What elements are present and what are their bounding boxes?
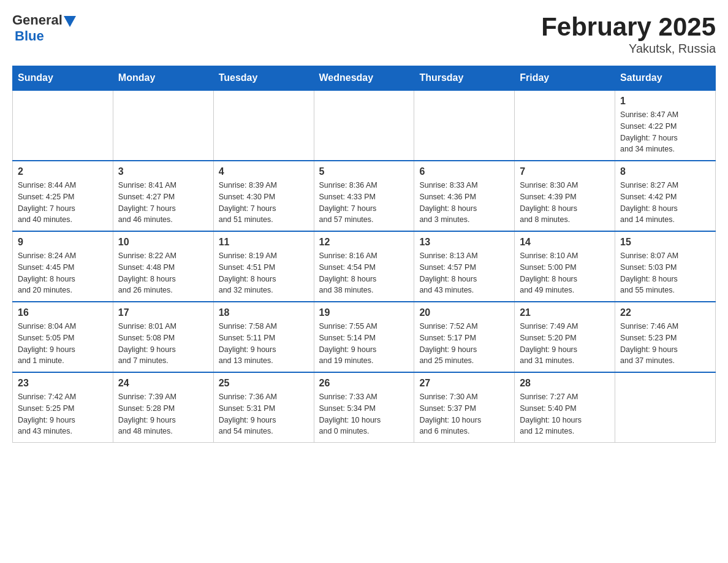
day-info: Sunrise: 8:01 AM Sunset: 5:08 PM Dayligh… (118, 321, 208, 367)
day-info: Sunrise: 8:13 AM Sunset: 4:57 PM Dayligh… (419, 250, 509, 296)
weekday-header-sunday: Sunday (13, 66, 113, 91)
day-info: Sunrise: 7:46 AM Sunset: 5:23 PM Dayligh… (620, 321, 710, 367)
calendar-cell: 5Sunrise: 8:36 AM Sunset: 4:33 PM Daylig… (314, 161, 414, 231)
day-info: Sunrise: 7:52 AM Sunset: 5:17 PM Dayligh… (419, 321, 509, 367)
week-row-2: 2Sunrise: 8:44 AM Sunset: 4:25 PM Daylig… (13, 161, 716, 231)
day-number: 6 (419, 166, 509, 177)
logo-triangle-icon (64, 16, 76, 27)
day-number: 1 (620, 96, 710, 107)
day-number: 14 (520, 237, 610, 248)
day-info: Sunrise: 8:04 AM Sunset: 5:05 PM Dayligh… (18, 321, 108, 367)
day-info: Sunrise: 8:39 AM Sunset: 4:30 PM Dayligh… (219, 180, 309, 226)
day-number: 13 (419, 237, 509, 248)
calendar-cell: 28Sunrise: 7:27 AM Sunset: 5:40 PM Dayli… (515, 372, 615, 443)
day-info: Sunrise: 7:55 AM Sunset: 5:14 PM Dayligh… (319, 321, 409, 367)
day-info: Sunrise: 8:16 AM Sunset: 4:54 PM Dayligh… (319, 250, 409, 296)
calendar-cell: 20Sunrise: 7:52 AM Sunset: 5:17 PM Dayli… (414, 302, 515, 372)
day-number: 10 (118, 237, 208, 248)
calendar-cell: 17Sunrise: 8:01 AM Sunset: 5:08 PM Dayli… (113, 302, 213, 372)
day-info: Sunrise: 8:22 AM Sunset: 4:48 PM Dayligh… (118, 250, 208, 296)
calendar-cell: 27Sunrise: 7:30 AM Sunset: 5:37 PM Dayli… (414, 372, 515, 443)
day-number: 15 (620, 237, 710, 248)
calendar-cell: 23Sunrise: 7:42 AM Sunset: 5:25 PM Dayli… (13, 372, 113, 443)
calendar-cell (213, 90, 314, 161)
calendar-cell (314, 90, 414, 161)
calendar-cell: 1Sunrise: 8:47 AM Sunset: 4:22 PM Daylig… (615, 90, 716, 161)
day-number: 25 (219, 378, 309, 389)
day-info: Sunrise: 7:39 AM Sunset: 5:28 PM Dayligh… (118, 391, 208, 437)
calendar-cell: 13Sunrise: 8:13 AM Sunset: 4:57 PM Dayli… (414, 231, 515, 302)
calendar-cell: 21Sunrise: 7:49 AM Sunset: 5:20 PM Dayli… (515, 302, 615, 372)
day-number: 22 (620, 307, 710, 318)
day-info: Sunrise: 7:49 AM Sunset: 5:20 PM Dayligh… (520, 321, 610, 367)
day-info: Sunrise: 7:33 AM Sunset: 5:34 PM Dayligh… (319, 391, 409, 437)
week-row-3: 9Sunrise: 8:24 AM Sunset: 4:45 PM Daylig… (13, 231, 716, 302)
calendar-cell (113, 90, 213, 161)
calendar-cell: 4Sunrise: 8:39 AM Sunset: 4:30 PM Daylig… (213, 161, 314, 231)
calendar-cell (414, 90, 515, 161)
day-info: Sunrise: 8:41 AM Sunset: 4:27 PM Dayligh… (118, 180, 208, 226)
weekday-header-friday: Friday (515, 66, 615, 91)
weekday-header-thursday: Thursday (414, 66, 515, 91)
page-header: General Blue February 2025 Yakutsk, Russ… (12, 12, 716, 56)
calendar-cell: 9Sunrise: 8:24 AM Sunset: 4:45 PM Daylig… (13, 231, 113, 302)
day-number: 4 (219, 166, 309, 177)
calendar-cell: 15Sunrise: 8:07 AM Sunset: 5:03 PM Dayli… (615, 231, 716, 302)
calendar-cell: 18Sunrise: 7:58 AM Sunset: 5:11 PM Dayli… (213, 302, 314, 372)
day-info: Sunrise: 8:36 AM Sunset: 4:33 PM Dayligh… (319, 180, 409, 226)
weekday-header-row: SundayMondayTuesdayWednesdayThursdayFrid… (13, 66, 716, 91)
day-number: 18 (219, 307, 309, 318)
day-info: Sunrise: 7:27 AM Sunset: 5:40 PM Dayligh… (520, 391, 610, 437)
day-info: Sunrise: 8:24 AM Sunset: 4:45 PM Dayligh… (18, 250, 108, 296)
day-number: 26 (319, 378, 409, 389)
calendar-cell: 24Sunrise: 7:39 AM Sunset: 5:28 PM Dayli… (113, 372, 213, 443)
day-info: Sunrise: 8:30 AM Sunset: 4:39 PM Dayligh… (520, 180, 610, 226)
day-number: 19 (319, 307, 409, 318)
day-number: 27 (419, 378, 509, 389)
day-info: Sunrise: 8:44 AM Sunset: 4:25 PM Dayligh… (18, 180, 108, 226)
calendar-cell: 22Sunrise: 7:46 AM Sunset: 5:23 PM Dayli… (615, 302, 716, 372)
calendar-table: SundayMondayTuesdayWednesdayThursdayFrid… (12, 66, 716, 443)
calendar-cell: 26Sunrise: 7:33 AM Sunset: 5:34 PM Dayli… (314, 372, 414, 443)
day-number: 21 (520, 307, 610, 318)
day-info: Sunrise: 8:10 AM Sunset: 5:00 PM Dayligh… (520, 250, 610, 296)
weekday-header-tuesday: Tuesday (213, 66, 314, 91)
day-info: Sunrise: 8:27 AM Sunset: 4:42 PM Dayligh… (620, 180, 710, 226)
calendar-cell: 11Sunrise: 8:19 AM Sunset: 4:51 PM Dayli… (213, 231, 314, 302)
day-number: 17 (118, 307, 208, 318)
calendar-cell: 8Sunrise: 8:27 AM Sunset: 4:42 PM Daylig… (615, 161, 716, 231)
day-info: Sunrise: 8:07 AM Sunset: 5:03 PM Dayligh… (620, 250, 710, 296)
logo-blue-text: Blue (15, 28, 44, 44)
location: Yakutsk, Russia (541, 42, 716, 56)
calendar-cell: 2Sunrise: 8:44 AM Sunset: 4:25 PM Daylig… (13, 161, 113, 231)
logo: General Blue (12, 12, 76, 44)
weekday-header-monday: Monday (113, 66, 213, 91)
week-row-4: 16Sunrise: 8:04 AM Sunset: 5:05 PM Dayli… (13, 302, 716, 372)
calendar-cell: 19Sunrise: 7:55 AM Sunset: 5:14 PM Dayli… (314, 302, 414, 372)
day-number: 12 (319, 237, 409, 248)
weekday-header-saturday: Saturday (615, 66, 716, 91)
calendar-cell: 6Sunrise: 8:33 AM Sunset: 4:36 PM Daylig… (414, 161, 515, 231)
day-number: 2 (18, 166, 108, 177)
day-number: 20 (419, 307, 509, 318)
day-info: Sunrise: 7:30 AM Sunset: 5:37 PM Dayligh… (419, 391, 509, 437)
day-number: 3 (118, 166, 208, 177)
calendar-cell: 16Sunrise: 8:04 AM Sunset: 5:05 PM Dayli… (13, 302, 113, 372)
day-info: Sunrise: 7:36 AM Sunset: 5:31 PM Dayligh… (219, 391, 309, 437)
day-number: 24 (118, 378, 208, 389)
weekday-header-wednesday: Wednesday (314, 66, 414, 91)
day-number: 9 (18, 237, 108, 248)
calendar-cell: 10Sunrise: 8:22 AM Sunset: 4:48 PM Dayli… (113, 231, 213, 302)
calendar-cell: 7Sunrise: 8:30 AM Sunset: 4:39 PM Daylig… (515, 161, 615, 231)
day-info: Sunrise: 8:47 AM Sunset: 4:22 PM Dayligh… (620, 109, 710, 155)
calendar-cell (615, 372, 716, 443)
calendar-cell (13, 90, 113, 161)
day-number: 11 (219, 237, 309, 248)
week-row-1: 1Sunrise: 8:47 AM Sunset: 4:22 PM Daylig… (13, 90, 716, 161)
calendar-cell: 12Sunrise: 8:16 AM Sunset: 4:54 PM Dayli… (314, 231, 414, 302)
day-info: Sunrise: 8:33 AM Sunset: 4:36 PM Dayligh… (419, 180, 509, 226)
day-number: 7 (520, 166, 610, 177)
day-info: Sunrise: 7:58 AM Sunset: 5:11 PM Dayligh… (219, 321, 309, 367)
day-number: 28 (520, 378, 610, 389)
title-section: February 2025 Yakutsk, Russia (541, 12, 716, 56)
